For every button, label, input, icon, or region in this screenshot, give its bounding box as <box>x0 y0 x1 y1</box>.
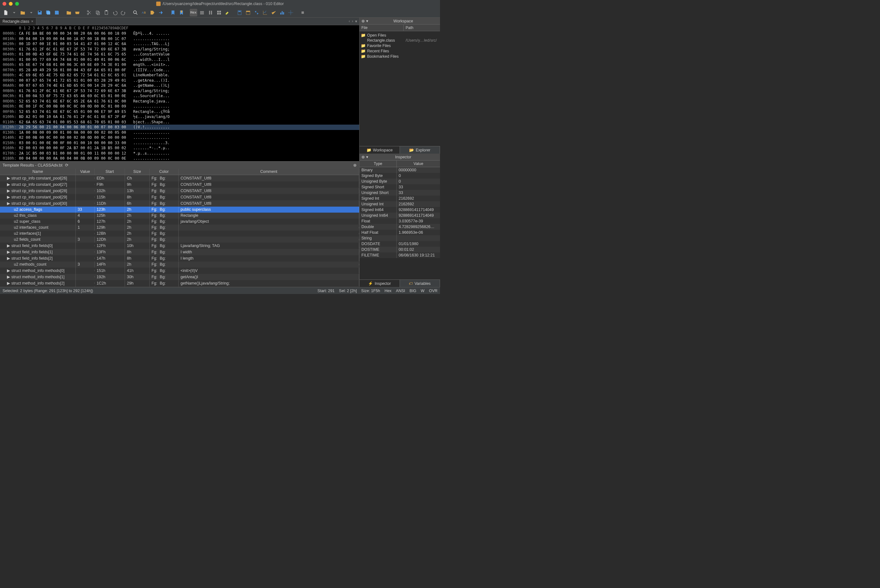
new-dropdown-button[interactable] <box>11 9 18 16</box>
histogram-button[interactable] <box>278 9 286 16</box>
col-color[interactable]: Color <box>150 169 179 175</box>
hex-bytes[interactable]: 00 04 00 19 09 00 04 00 1A 07 00 1B 08 0… <box>19 36 130 42</box>
template-row[interactable]: u2 access_flags33123h2hFg:Bg:public supe… <box>0 207 359 213</box>
template-row[interactable]: ▶struct method_info methods[0]151h41hFg:… <box>0 267 359 274</box>
tab-rectangle-class[interactable]: Rectangle.class × <box>0 18 36 25</box>
hex-ascii[interactable]: Êþº¾...4. ...... <box>130 31 170 36</box>
redo-button[interactable] <box>120 9 127 16</box>
hex-ascii[interactable]: ................ <box>130 104 170 109</box>
tab-workspace[interactable]: 📁 Workspace <box>359 146 400 154</box>
hex-ascii[interactable]: ...SourceFile... <box>130 93 170 99</box>
hex-bytes[interactable]: 4C 69 6E 65 4E 75 6D 62 65 72 54 61 62 6… <box>19 72 130 78</box>
hex-ascii[interactable]: .......*·..*.µ.. <box>130 146 170 151</box>
hex-bytes[interactable]: 01 00 05 77 69 64 74 68 01 00 01 49 01 0… <box>19 57 130 63</box>
hex-ascii[interactable]: ()V.!........... <box>130 124 170 130</box>
hex-row[interactable]: 0070h:05 28 49 49 29 56 01 00 04 43 6F 6… <box>0 68 359 73</box>
status-start[interactable]: Start: 291 <box>318 289 335 293</box>
chart-button[interactable] <box>261 9 269 16</box>
hex-row[interactable]: 0020h:00 1D 07 00 1E 01 00 03 54 41 47 0… <box>0 41 359 46</box>
hex-row[interactable]: 0100h:BD A2 01 00 10 6A 61 76 61 2F 6C 6… <box>0 114 359 120</box>
disclosure-icon[interactable]: ▶ <box>7 201 10 206</box>
hex-row[interactable]: 0050h:01 00 05 77 69 64 74 68 01 00 01 4… <box>0 57 359 63</box>
template-row[interactable]: ▶struct cp_info constant_pool[28]102h13h… <box>0 188 359 194</box>
highlight-button[interactable] <box>224 9 231 16</box>
hex-ascii[interactable]: ........TAG...Lj <box>130 41 170 46</box>
tab-next-icon[interactable]: › <box>351 18 354 24</box>
hex-bytes[interactable]: CA FE BA BE 00 00 00 34 00 20 0A 00 06 0… <box>19 31 130 36</box>
status-ansi[interactable]: ANSI <box>396 289 405 293</box>
hex-ascii[interactable]: ...width...I...l <box>130 57 170 63</box>
workspace-file[interactable]: Rectangle.class/Users/y…led/src/ <box>361 38 439 43</box>
template-row[interactable]: u2 fields_count312Dh2hFg:Bg: <box>0 237 359 243</box>
inspector-row[interactable]: Signed Int2162692 <box>359 196 440 201</box>
hex-ascii[interactable]: ..getArea...()I. <box>130 78 170 83</box>
inspector-row[interactable]: Unsigned Short33 <box>359 190 440 196</box>
panel-menu-icon[interactable]: ▾ <box>366 19 368 23</box>
hex-ascii[interactable]: ..getName...()Lj <box>130 83 170 88</box>
inspector-row[interactable]: Signed Short33 <box>359 184 440 190</box>
toggle-1-button[interactable] <box>198 9 206 16</box>
template-row[interactable]: ▶struct cp_info constant_pool[29]115h8hF… <box>0 194 359 200</box>
status-w[interactable]: W <box>421 289 425 293</box>
hex-bytes[interactable]: 1A 00 08 00 09 00 01 00 0A 00 00 00 02 0… <box>19 130 130 135</box>
template-row[interactable]: u2 methods_count314Fh2hFg:Bg: <box>0 261 359 267</box>
tab-inspector[interactable]: ⚡ Inspector <box>359 280 400 287</box>
template-row[interactable]: u2 this_class4125h2hFg:Bg:Rectangle <box>0 213 359 219</box>
hex-row[interactable]: 00D0h:52 65 63 74 61 6E 67 6C 65 2E 6A 6… <box>0 99 359 104</box>
hex-row[interactable]: 0110h:62 6A 65 63 74 01 00 05 53 68 61 7… <box>0 120 359 125</box>
template-row[interactable]: ▶struct method_info methods[1]192h30hFg:… <box>0 274 359 280</box>
hex-ascii[interactable]: ................ <box>130 130 170 135</box>
hex-bytes[interactable]: 62 6A 65 63 74 01 00 05 53 68 61 70 65 0… <box>19 120 130 125</box>
hex-bytes[interactable]: 01 00 0D 43 6F 6E 73 74 61 6E 74 56 61 6… <box>19 52 130 57</box>
hex-row[interactable]: 00A0h:00 07 67 65 74 4E 61 6D 65 01 00 1… <box>0 83 359 88</box>
hex-ascii[interactable]: Rectangle.java.. <box>130 99 170 104</box>
inspector-close-icon[interactable]: ⊗ <box>361 154 365 159</box>
hex-bytes[interactable]: 00 04 00 00 00 0A 00 04 00 0B 00 09 00 0… <box>19 156 130 161</box>
template-row[interactable]: u2 interfaces[1]12Bh2hFg:Bg: <box>0 231 359 237</box>
hex-row[interactable]: 0170h:2A 1C B5 00 03 B1 00 00 00 01 00 1… <box>0 151 359 156</box>
hex-row[interactable]: 0150h:03 00 01 00 0E 00 0F 00 01 00 10 0… <box>0 140 359 146</box>
hex-mode-button[interactable]: Hex <box>190 9 197 16</box>
hex-row[interactable]: 0130h:1A 00 08 00 09 00 01 00 0A 00 00 0… <box>0 130 359 135</box>
hex-ascii[interactable]: ................ <box>130 36 170 42</box>
hex-row[interactable]: 0080h:4C 69 6E 65 4E 75 6D 62 65 72 54 6… <box>0 72 359 78</box>
checksum-button[interactable] <box>270 9 278 16</box>
hex-bytes[interactable]: BD A2 01 00 10 6A 61 76 61 2F 6C 61 6E 6… <box>19 114 130 120</box>
hex-row[interactable]: 0090h:00 07 67 65 74 41 72 65 61 01 00 0… <box>0 78 359 83</box>
template-row[interactable]: ▶struct cp_info constant_pool[30]11Dh6hF… <box>0 200 359 207</box>
hex-ascii[interactable]: ength...<init>.. <box>130 62 170 68</box>
panel-close-icon[interactable]: ⊗ <box>361 19 365 23</box>
inspector-row[interactable]: Unsigned Byte0 <box>359 178 440 184</box>
hex-row[interactable]: 00B0h:61 76 61 2F 6C 61 6E 67 2F 53 74 7… <box>0 88 359 94</box>
hex-ascii[interactable]: *.µ..±.......... <box>130 151 170 156</box>
find-button[interactable] <box>132 9 139 16</box>
undo-button[interactable] <box>111 9 119 16</box>
hex-row[interactable]: 0120h:28 29 56 00 21 00 04 00 06 00 01 0… <box>0 124 359 130</box>
col-name[interactable]: Name <box>0 169 76 175</box>
tab-prev-icon[interactable]: ‹ <box>348 18 351 24</box>
hex-row[interactable]: 0000h:CA FE BA BE 00 00 00 34 00 20 0A 0… <box>0 31 359 36</box>
hex-ascii[interactable]: LineNumberTable. <box>130 72 170 78</box>
stop-button[interactable] <box>299 9 306 16</box>
template-close-icon[interactable]: ⊗ <box>353 163 357 168</box>
hex-ascii[interactable]: bject...Shape... <box>130 120 170 125</box>
hex-row[interactable]: 00F0h:52 65 63 74 61 6E 67 6C 65 01 00 0… <box>0 109 359 114</box>
workspace-col-path[interactable]: Path <box>404 25 440 31</box>
template-row[interactable]: u2 interfaces_count1129h2hFg:Bg: <box>0 225 359 231</box>
save-as-button[interactable] <box>53 9 61 16</box>
hex-bytes[interactable]: 03 00 01 00 0E 00 0F 00 01 00 10 00 00 0… <box>19 140 130 146</box>
calendar-button[interactable] <box>244 9 252 16</box>
copy-button[interactable] <box>94 9 102 16</box>
hex-bytes[interactable]: 02 00 0B 00 0C 00 00 00 02 00 0D 00 0C 0… <box>19 135 130 140</box>
inspector-row[interactable]: DOSTIME00:01:02 <box>359 247 440 252</box>
hex-ascii[interactable]: ava/lang/String; <box>130 46 170 52</box>
tab-explorer[interactable]: 📂 Explorer <box>400 146 440 154</box>
hex-bytes[interactable]: 00 1D 07 00 1E 01 00 03 54 41 47 01 00 1… <box>19 41 130 46</box>
hex-row[interactable]: 00E0h:0E 00 1F 0C 00 0B 00 0C 0C 00 0D 0… <box>0 104 359 109</box>
inspector-row[interactable]: FILETIME06/08/1630 19:12:21 <box>359 252 440 258</box>
disclosure-icon[interactable]: ▶ <box>7 182 10 187</box>
hex-bytes[interactable]: 61 76 61 2F 6C 61 6E 67 2F 53 74 72 69 6… <box>19 46 130 52</box>
col-comment[interactable]: Comment <box>179 169 359 175</box>
cut-button[interactable] <box>86 9 93 16</box>
disclosure-icon[interactable]: ▶ <box>7 176 10 180</box>
